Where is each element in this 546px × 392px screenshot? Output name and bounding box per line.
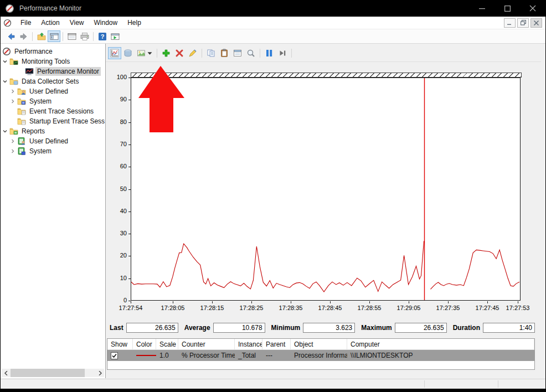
tree-item-monitoring-tools[interactable]: Monitoring Tools: [1, 56, 105, 66]
tree-item-event-trace-sessions[interactable]: Event Trace Sessions: [1, 106, 105, 116]
counter-row[interactable]: 1.0% Processor Time_Total---Processor In…: [107, 350, 534, 361]
scroll-left-button[interactable]: [2, 369, 10, 377]
highlight-button[interactable]: [186, 47, 199, 59]
mdi-close-button[interactable]: [530, 18, 542, 28]
chevron-expanded-icon[interactable]: [2, 58, 9, 65]
report-sys-icon: [17, 147, 26, 156]
folder-trace-icon: [17, 117, 26, 126]
y-axis-tick: [128, 78, 131, 78]
delete-counter-icon: [175, 49, 184, 58]
column-header-scale[interactable]: Scale: [156, 339, 178, 349]
tree-item-performance-monitor[interactable]: Performance Monitor: [1, 66, 105, 76]
show-hide-console-tree-button[interactable]: [48, 30, 60, 42]
close-icon: [529, 5, 536, 12]
export-button[interactable]: [35, 30, 48, 42]
forward-button[interactable]: [17, 30, 30, 42]
copy-properties-button[interactable]: [204, 47, 218, 59]
column-header-counter[interactable]: Counter: [178, 339, 235, 349]
freeze-display-button[interactable]: [262, 47, 276, 59]
show-counter-checkbox[interactable]: [111, 352, 118, 359]
y-axis-label: 90: [106, 96, 127, 102]
tree-item-startup-event-trace-sess[interactable]: Startup Event Trace Sess: [1, 116, 105, 126]
x-axis-tick: [487, 301, 488, 303]
y-axis-tick: [128, 212, 131, 212]
x-axis-tick: [131, 301, 131, 303]
change-graph-type-button[interactable]: [135, 47, 154, 59]
tree-item-data-collector-sets[interactable]: Data Collector Sets: [1, 76, 105, 86]
column-header-color[interactable]: Color: [133, 339, 156, 349]
tree-item-reports[interactable]: Reports: [1, 126, 105, 136]
update-data-button[interactable]: [276, 47, 289, 59]
scroll-right-button[interactable]: [96, 369, 104, 377]
properties-button[interactable]: [231, 47, 244, 59]
delete-counter-button[interactable]: [173, 47, 186, 59]
console-tree-panel: PerformanceMonitoring ToolsPerformance M…: [1, 44, 106, 378]
new-window-button[interactable]: [109, 30, 121, 42]
tree-horizontal-scrollbar[interactable]: [2, 369, 104, 377]
tree-item-system[interactable]: System: [1, 146, 105, 156]
paste-counter-list-icon: [220, 49, 229, 58]
toolbar-separator: [202, 49, 202, 58]
stat-label-duration: Duration: [453, 324, 480, 332]
mdi-minimize-button[interactable]: [504, 18, 516, 28]
y-axis-tick: [128, 100, 131, 100]
tree-item-label: Data Collector Sets: [20, 77, 80, 86]
stat-value-average: 10.678: [213, 323, 265, 333]
print-button[interactable]: [78, 30, 91, 42]
y-axis-label: 50: [106, 185, 127, 192]
chevron-collapsed-icon[interactable]: [10, 138, 17, 145]
y-axis-label: 60: [106, 163, 127, 169]
close-button[interactable]: [520, 0, 545, 17]
chevron-collapsed-icon[interactable]: [10, 148, 17, 154]
tree-item-performance[interactable]: Performance: [1, 47, 105, 56]
y-axis-label: 0: [106, 297, 127, 303]
console-window-button[interactable]: [65, 30, 78, 42]
tree-item-user-defined[interactable]: User Defined: [1, 86, 105, 96]
view-current-activity-button[interactable]: [108, 47, 121, 59]
maximize-icon: [504, 6, 511, 12]
update-data-icon: [278, 49, 287, 58]
view-log-data-button[interactable]: [121, 47, 135, 59]
menu-action[interactable]: Action: [36, 17, 64, 28]
paste-counter-list-button[interactable]: [218, 47, 231, 59]
minimize-button[interactable]: [469, 0, 495, 17]
cell-object: Processor Information: [291, 350, 347, 361]
add-counter-button[interactable]: [159, 47, 173, 59]
back-button[interactable]: [4, 30, 17, 42]
column-header-instance[interactable]: Instance: [235, 339, 262, 349]
chevron-collapsed-icon[interactable]: [10, 98, 17, 105]
stat-value-minimum: 3.623: [303, 323, 355, 333]
counter-color-swatch: [136, 355, 156, 356]
tree-item-label: Startup Event Trace Sess: [28, 117, 105, 126]
tree-item-system[interactable]: System: [1, 96, 105, 106]
dropdown-caret-icon[interactable]: [147, 51, 152, 55]
maximize-button[interactable]: [495, 0, 520, 17]
y-axis-label: 20: [106, 252, 127, 259]
chevron-collapsed-icon[interactable]: [10, 88, 17, 95]
menu-file[interactable]: File: [16, 17, 36, 28]
folder-trace-icon: [17, 107, 26, 116]
monitor-icon: [25, 67, 34, 76]
y-axis-label: 70: [106, 141, 127, 147]
column-header-object[interactable]: Object: [291, 339, 347, 349]
tree-item-user-defined[interactable]: User Defined: [1, 136, 105, 146]
column-header-show[interactable]: Show: [107, 339, 133, 349]
chart-plot-area[interactable]: [131, 78, 521, 301]
x-axis-label: 17:28:55: [358, 305, 382, 311]
toolbar-separator: [157, 49, 157, 58]
menu-window[interactable]: Window: [89, 17, 123, 28]
printer-icon: [80, 32, 89, 41]
folder-user-icon: [17, 87, 26, 96]
chevron-expanded-icon[interactable]: [2, 128, 9, 135]
column-header-parent[interactable]: Parent: [262, 339, 291, 349]
menu-view[interactable]: View: [65, 17, 89, 28]
scrollbar-thumb[interactable]: [11, 369, 85, 377]
help-button[interactable]: ?: [96, 30, 109, 42]
mdi-restore-button[interactable]: [517, 18, 529, 28]
chevron-expanded-icon[interactable]: [2, 78, 9, 85]
zoom-button[interactable]: [244, 47, 257, 59]
column-header-computer[interactable]: Computer: [347, 339, 534, 349]
menu-help[interactable]: Help: [122, 17, 146, 28]
zoom-icon: [246, 49, 255, 58]
menubar: FileActionViewWindowHelp: [1, 17, 545, 29]
